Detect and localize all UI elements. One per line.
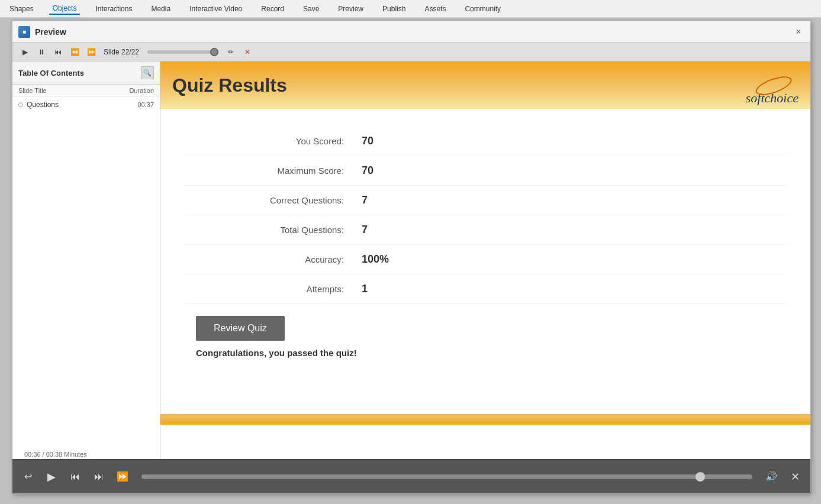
preview-window: ■ Preview × ▶ ⏸ ⏮ ⏪ ⏩ Slide 22/22 ✏ ✕ Ta…	[12, 21, 811, 494]
attempts-row: Attempts: 1	[184, 274, 787, 304]
toolbar-preview[interactable]: Preview	[334, 4, 367, 14]
toc-header: Table Of Contents 🔍	[12, 62, 160, 85]
quiz-footer-bar	[160, 414, 810, 425]
accuracy-label: Accuracy:	[184, 254, 362, 264]
playback-prev-button[interactable]: ⏮	[66, 467, 85, 486]
score-label: You Scored:	[184, 136, 362, 146]
fast-forward-button[interactable]: ⏩	[85, 46, 98, 59]
attempts-label: Attempts:	[184, 284, 362, 294]
playback-ff-button[interactable]: ⏩	[113, 467, 132, 486]
sidebar-time-display: 00:36 / 00:38 Minutes	[18, 448, 93, 459]
quiz-results-title: Quiz Results	[172, 75, 287, 96]
toc-col-title: Slide Title	[18, 87, 86, 94]
rewind-button[interactable]: ⏪	[68, 46, 81, 59]
review-quiz-button[interactable]: Review Quiz	[196, 316, 285, 341]
toc-search-button[interactable]: 🔍	[141, 66, 154, 79]
playback-close-button[interactable]: ✕	[785, 467, 804, 486]
toc-col-duration: Duration	[86, 87, 154, 94]
progress-track[interactable]	[147, 50, 218, 54]
preview-controls-bar: ▶ ⏸ ⏮ ⏪ ⏩ Slide 22/22 ✏ ✕	[12, 43, 810, 62]
playback-bar: ↩ ▶ ⏮ ⏭ ⏩ 🔊 ✕	[12, 459, 810, 493]
quiz-header: Quiz Results softchoice	[160, 62, 810, 109]
rewind-start-button[interactable]: ⏮	[51, 46, 65, 59]
playback-progress[interactable]	[141, 474, 752, 479]
toc-item-questions[interactable]: Questions 00:37	[12, 97, 160, 112]
score-value: 70	[362, 135, 374, 147]
attempts-value: 1	[362, 283, 368, 295]
quiz-results-body: You Scored: 70 Maximum Score: 70 Correct…	[160, 109, 810, 370]
accuracy-value: 100%	[362, 253, 389, 266]
toolbar-interactions[interactable]: Interactions	[92, 4, 136, 14]
toc-columns: Slide Title Duration	[12, 85, 160, 97]
main-toolbar: Shapes Objects Interactions Media Intera…	[0, 0, 821, 18]
toolbar-interactive-video[interactable]: Interactive Video	[186, 4, 246, 14]
total-questions-label: Total Questions:	[184, 225, 362, 235]
toc-item-duration: 00:37	[137, 101, 154, 108]
toolbar-publish[interactable]: Publish	[379, 4, 409, 14]
preview-titlebar: ■ Preview ×	[12, 21, 810, 43]
total-questions-value: 7	[362, 224, 368, 236]
toolbar-objects[interactable]: Objects	[49, 3, 81, 15]
time-label: 00:36 / 00:38 Minutes	[18, 448, 93, 459]
toolbar-assets[interactable]: Assets	[421, 4, 449, 14]
toolbar-community[interactable]: Community	[461, 4, 504, 14]
slide-label: Slide 22/22	[104, 48, 139, 56]
toolbar-record[interactable]: Record	[257, 4, 288, 14]
score-row: You Scored: 70	[184, 127, 787, 156]
slide-content-area: Quiz Results softchoice You Scored: 70 M…	[160, 62, 810, 459]
preview-body: Table Of Contents 🔍 Slide Title Duration…	[12, 62, 810, 459]
pencil-button[interactable]: ✏	[224, 46, 237, 59]
close-button[interactable]: ×	[793, 26, 804, 38]
toolbar-save[interactable]: Save	[300, 4, 323, 14]
playback-next-button[interactable]: ⏭	[89, 467, 108, 486]
playback-play-button[interactable]: ▶	[42, 467, 61, 486]
toc-title: Table Of Contents	[18, 69, 84, 77]
total-questions-row: Total Questions: 7	[184, 215, 787, 245]
congrats-message: Congratulations, you passed the quiz!	[196, 348, 787, 358]
correct-questions-label: Correct Questions:	[184, 195, 362, 205]
playback-volume-button[interactable]: 🔊	[762, 467, 781, 486]
correct-questions-value: 7	[362, 194, 368, 206]
playback-progress-thumb	[696, 472, 705, 482]
max-score-label: Maximum Score:	[184, 166, 362, 176]
max-score-value: 70	[362, 164, 374, 177]
preview-title: Preview	[35, 27, 788, 37]
playback-back-button[interactable]: ↩	[18, 467, 37, 486]
softchoice-logo: softchoice	[746, 91, 799, 106]
correct-questions-row: Correct Questions: 7	[184, 186, 787, 215]
preview-window-icon: ■	[18, 26, 30, 38]
progress-thumb	[210, 48, 218, 56]
toc-item-bullet	[18, 102, 23, 107]
accuracy-row: Accuracy: 100%	[184, 245, 787, 274]
toolbar-media[interactable]: Media	[147, 4, 174, 14]
toolbar-shapes[interactable]: Shapes	[6, 4, 37, 14]
max-score-row: Maximum Score: 70	[184, 156, 787, 186]
pause-button[interactable]: ⏸	[35, 46, 48, 59]
stop-button[interactable]: ✕	[241, 46, 254, 59]
toc-item-title: Questions	[27, 101, 134, 109]
results-table: You Scored: 70 Maximum Score: 70 Correct…	[184, 127, 787, 304]
play-button[interactable]: ▶	[18, 46, 31, 59]
table-of-contents: Table Of Contents 🔍 Slide Title Duration…	[12, 62, 160, 459]
